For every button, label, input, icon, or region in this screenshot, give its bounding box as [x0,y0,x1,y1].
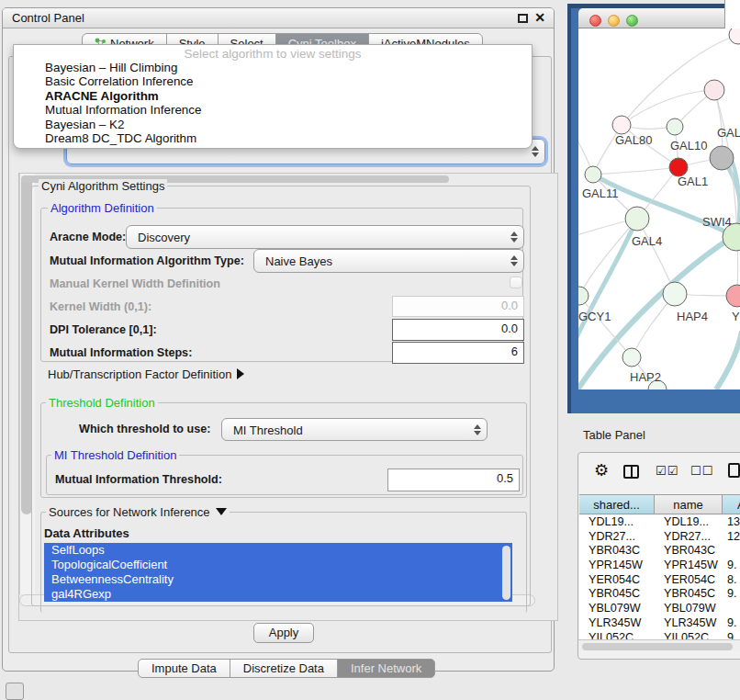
apply-button[interactable]: Apply [253,623,314,643]
dpi-tolerance-field[interactable]: 0.0 [392,319,524,341]
network-node-y[interactable] [726,285,740,307]
network-node[interactable] [729,28,740,44]
dropdown-item[interactable]: Bayesian – K2 [14,118,532,131]
column-header-shared-name[interactable]: shared... [579,495,655,514]
network-window-titlebar[interactable] [578,8,724,28]
node-label: GAL10 [670,139,707,152]
gear-icon[interactable]: ⚙ [594,460,609,480]
table-cell: YBL079W [655,602,723,616]
which-threshold-combobox[interactable]: MI Threshold [221,418,488,441]
desktop: Control Panel ✕ Network Style Select Cyn… [0,0,740,700]
attribute-list-item[interactable]: SelfLoops [44,543,512,558]
mi-steps-field[interactable]: 6 [392,342,524,364]
table-cell: YER054C [579,573,655,588]
network-node-gal4[interactable] [625,207,649,231]
column-header-name[interactable]: name [655,495,723,514]
network-node-gal[interactable] [704,80,724,100]
dropdown-item[interactable]: Basic Correlation Inference [14,74,532,88]
dropdown-item[interactable]: Bayesian – Hill Climbing [14,61,532,74]
mi-type-combobox[interactable]: Naive Bayes [253,249,524,273]
kernel-width-field[interactable]: 0.0 [392,296,524,317]
control-panel-title: Control Panel [12,11,84,25]
aracne-mode-value: Discovery [138,231,190,244]
tab-discretize-data[interactable]: Discretize Data [230,659,338,678]
table-row[interactable]: YBR043CYBR043C [579,544,740,559]
sources-title: Sources for Network Inference [49,505,210,519]
dropdown-placeholder: Select algorithm to view settings [14,47,532,61]
table-row[interactable]: YLR345WYLR345W9. [579,616,740,631]
table-cell: YLR345W [655,616,723,631]
dropdown-item[interactable]: ARACNE Algorithm [14,89,532,103]
table-row[interactable]: YDR27...YDR27...12 [579,530,740,545]
table-cell: 8. [723,573,740,588]
algorithm-dropdown-popup: Select algorithm to view settings Bayesi… [13,44,533,149]
node-label: GAL1 [678,175,708,188]
attribute-list-item[interactable]: gal4RGexp [44,587,512,602]
dropdown-item[interactable]: Dream8 DC_TDC Algorithm [14,131,532,145]
mi-threshold-field[interactable]: 0.5 [387,469,520,491]
list-scrollbar-thumb[interactable] [502,546,510,600]
mi-threshold-title: MI Threshold Definition [51,448,179,462]
mi-type-label: Mutual Information Algorithm Type: [50,254,244,267]
network-node-hap4[interactable] [663,282,687,306]
table-cell: 9. [723,559,740,573]
tab-impute-data[interactable]: Impute Data [138,659,230,678]
data-attributes-list[interactable]: SelfLoopsTopologicalCoefficientBetweenne… [44,543,512,604]
network-nodes[interactable] [578,28,740,390]
network-node-gcy1[interactable] [578,287,589,305]
table-horizontal-scrollbar[interactable] [578,639,740,651]
close-icon[interactable]: ✕ [534,10,545,25]
table-cell: 13 [723,515,740,530]
page-icon[interactable] [728,463,740,478]
hub-definition-expander[interactable]: Hub/Transcription Factor Definition [48,367,244,381]
manual-kernel-checkbox[interactable] [510,277,522,288]
network-node-gal1[interactable] [669,158,688,176]
attribute-list-item[interactable]: BetweennessCentrality [44,572,512,587]
network-node-gal10[interactable] [667,119,683,135]
which-threshold-value: MI Threshold [233,423,303,436]
zoom-light-icon[interactable] [626,15,638,27]
window-frame-edge [567,4,571,413]
table-row[interactable]: YPR145WYPR145W9. [579,559,740,573]
attribute-list-item[interactable]: TopologicalCoefficient [44,558,512,572]
table-body: YDL19...YDL19...13YDR27...YDR27...12YBR0… [579,515,740,640]
minimize-light-icon[interactable] [608,15,620,27]
table-cell: 9. [723,587,740,602]
node-label: GAL11 [582,186,619,200]
table-row[interactable]: YBL079WYBL079W [579,602,740,616]
table-cell: 9. [723,616,740,631]
network-node-gal80[interactable] [612,116,631,134]
aracne-mode-combobox[interactable]: Discovery [126,225,524,249]
network-node[interactable] [710,146,734,170]
scrollbar-thumb[interactable] [582,643,733,650]
network-node-gal11[interactable] [585,166,601,183]
collapsed-panel-button[interactable] [6,683,24,700]
tab-infer-network[interactable]: Infer Network [337,659,435,678]
close-light-icon[interactable] [589,15,601,27]
network-graph [578,28,740,390]
checked-boxes-icon[interactable]: ☑☑ [656,464,678,478]
sources-expander[interactable]: Sources for Network Inference [46,505,230,519]
table-row[interactable]: YBR045CYBR045C9. [579,587,740,602]
table-row[interactable]: YER054CYER054C8. [579,573,740,588]
node-label: Y [732,310,740,323]
data-attributes-label: Data Attributes [44,526,129,540]
network-node-hap2[interactable] [622,348,641,367]
float-window-icon[interactable] [518,14,528,23]
network-canvas[interactable]: GALGAL80GAL10GAL1GAL11GAL4SWI4GCY1HAP4YH… [578,28,740,390]
node-label: GAL80 [615,133,652,147]
table-cell: YDR27... [655,530,723,545]
unchecked-boxes-icon[interactable]: ☐☐ [690,464,713,478]
dropdown-item[interactable]: Mutual Information Inference [14,103,532,117]
node-label: HAP4 [677,310,708,323]
column-header-clipped[interactable]: A [723,495,740,514]
table-panel: ⚙ ☑☑ ☐☐ shared... name A YDL19...YDL19..… [577,452,740,660]
expander-expanded-icon [216,508,227,515]
columns-icon[interactable] [623,465,639,479]
table-cell: YPR145W [579,559,655,573]
control-panel-titlebar[interactable]: Control Panel ✕ [3,8,554,28]
threshold-definition-title: Threshold Definition [46,396,158,410]
expander-collapsed-icon [237,368,244,379]
mi-threshold-label: Mutual Information Threshold: [55,473,222,486]
table-row[interactable]: YDL19...YDL19...13 [579,515,740,530]
